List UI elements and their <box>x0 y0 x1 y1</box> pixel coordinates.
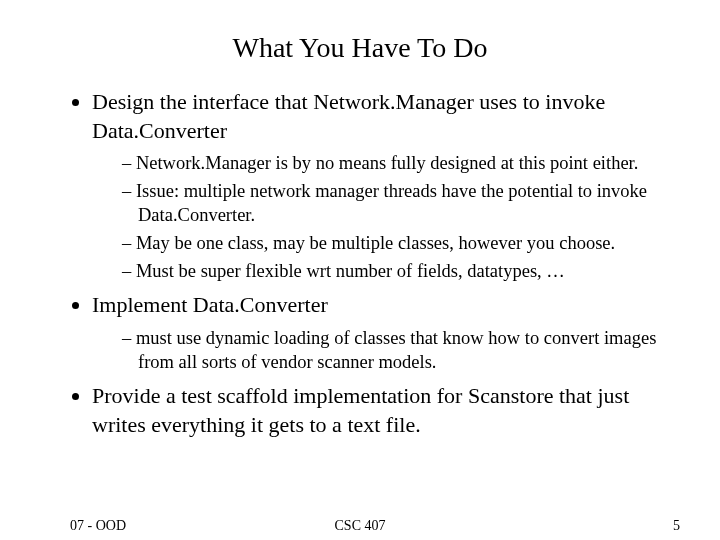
bullet-text: Design the interface that Network.Manage… <box>92 89 605 143</box>
sub-text: Issue: multiple network manager threads … <box>136 181 647 225</box>
sub-item: Network.Manager is by no means fully des… <box>122 151 680 175</box>
sub-item: Issue: multiple network manager threads … <box>122 179 680 227</box>
sub-text: Network.Manager is by no means fully des… <box>136 153 638 173</box>
bullet-item: Implement Data.Converter must use dynami… <box>92 291 680 374</box>
bullet-item: Design the interface that Network.Manage… <box>92 88 680 283</box>
footer-right: 5 <box>673 518 680 534</box>
bullet-text: Implement Data.Converter <box>92 292 328 317</box>
slide: What You Have To Do Design the interface… <box>0 0 720 540</box>
sub-list: Network.Manager is by no means fully des… <box>92 151 680 283</box>
sub-list: must use dynamic loading of classes that… <box>92 326 680 374</box>
sub-item: May be one class, may be multiple classe… <box>122 231 680 255</box>
bullet-list: Design the interface that Network.Manage… <box>40 88 680 439</box>
sub-item: must use dynamic loading of classes that… <box>122 326 680 374</box>
sub-text: Must be super flexible wrt number of fie… <box>136 261 565 281</box>
sub-text: May be one class, may be multiple classe… <box>136 233 615 253</box>
bullet-text: Provide a test scaffold implementation f… <box>92 383 629 437</box>
bullet-item: Provide a test scaffold implementation f… <box>92 382 680 439</box>
slide-title: What You Have To Do <box>40 32 680 64</box>
sub-text: must use dynamic loading of classes that… <box>136 328 656 372</box>
sub-item: Must be super flexible wrt number of fie… <box>122 259 680 283</box>
footer-center: CSC 407 <box>0 518 720 534</box>
